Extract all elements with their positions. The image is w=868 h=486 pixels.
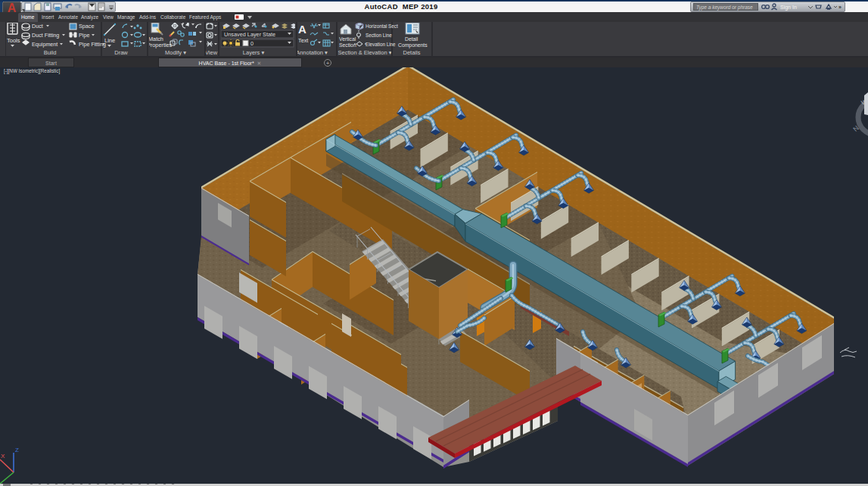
svg-text:Duct Fitting: Duct Fitting	[32, 32, 59, 39]
svg-text:X: X	[1, 453, 5, 460]
svg-text:[-][NW Isometric][Realistic]: [-][NW Isometric][Realistic]	[4, 68, 60, 74]
svg-text:Components: Components	[398, 42, 428, 48]
svg-text:Vertical: Vertical	[339, 36, 356, 42]
svg-text:Text: Text	[298, 37, 308, 44]
svg-text:Line: Line	[104, 37, 115, 44]
svg-text:Pipe Fitting: Pipe Fitting	[79, 41, 106, 48]
svg-text:»: »	[838, 5, 842, 10]
svg-text:Pipe: Pipe	[79, 32, 89, 39]
svg-text:Detail: Detail	[405, 36, 418, 42]
svg-text:Horizontal Section: Horizontal Section	[366, 23, 398, 29]
svg-text:Elevation Line: Elevation Line	[366, 42, 396, 47]
svg-text:Unsaved Layer State: Unsaved Layer State	[224, 31, 275, 38]
svg-text:Space: Space	[79, 23, 94, 30]
svg-text:Equipment: Equipment	[32, 41, 58, 48]
svg-text:Z: Z	[15, 447, 19, 453]
svg-text:Properties: Properties	[149, 42, 173, 48]
svg-text:A: A	[298, 23, 306, 36]
svg-text:Sign In: Sign In	[780, 5, 797, 11]
svg-text:0: 0	[250, 40, 254, 47]
svg-text:Section: Section	[339, 42, 356, 48]
svg-text:Tools: Tools	[7, 37, 20, 44]
svg-text:Duct: Duct	[32, 23, 43, 30]
svg-text:Section Line: Section Line	[366, 33, 392, 38]
